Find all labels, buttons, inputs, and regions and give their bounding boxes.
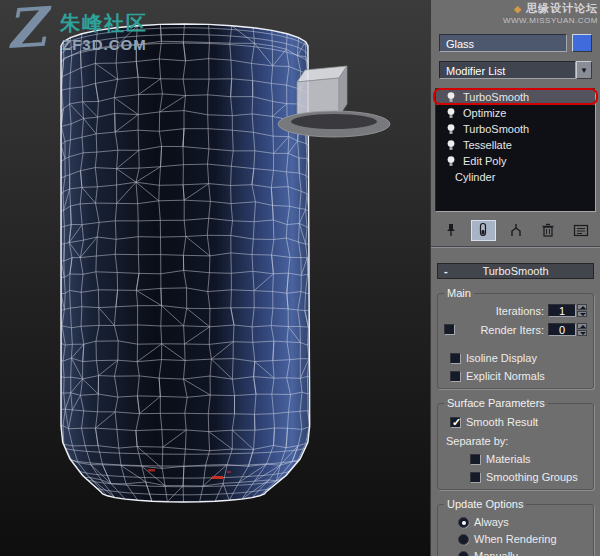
render-iters-field[interactable]: 0 [548,323,576,336]
bulb-icon[interactable] [446,139,456,152]
bulb-icon[interactable] [446,123,456,136]
iterations-spinner[interactable] [577,304,587,317]
stack-item-cylinder[interactable]: Cylinder [436,169,595,185]
smooth-result-label: Smooth Result [466,416,538,428]
group-update-title: Update Options [444,498,526,510]
smoothing-groups-checkbox[interactable] [470,472,481,483]
smoothing-groups-label: Smoothing Groups [486,471,578,483]
always-row: Always [458,516,589,528]
iterations-field[interactable]: 1 [548,304,576,317]
command-panel: Glass Modifier List ▼ TurboSmooth Optimi… [430,0,600,556]
stack-item-optimize[interactable]: Optimize [436,105,595,121]
explicit-normals-row: Explicit Normals [450,370,587,382]
manually-label: Manually [474,550,518,556]
object-color-swatch[interactable] [572,34,592,52]
always-radio[interactable] [458,517,469,528]
isoline-label: Isoline Display [466,352,537,364]
chevron-down-icon[interactable]: ▼ [576,61,592,79]
wireframe-cylinder [0,0,430,556]
modifier-list-dropdown[interactable]: Modifier List [439,61,576,79]
red-mark-3 [227,471,231,473]
modifier-stack-list[interactable]: TurboSmooth Optimize TurboSmooth Tessell… [435,88,596,212]
isoline-checkbox[interactable] [450,353,461,364]
explicit-normals-label: Explicit Normals [466,370,545,382]
when-rendering-row: When Rendering [458,533,589,545]
stack-item-label: TurboSmooth [463,123,529,135]
divider [431,246,600,248]
stack-item-turbosmooth-2[interactable]: TurboSmooth [436,121,595,137]
bulb-icon[interactable] [446,91,456,104]
stack-item-tessellate[interactable]: Tessellate [436,137,595,153]
smoothing-groups-row: Smoothing Groups [470,471,587,483]
pin-stack-icon[interactable] [438,220,463,241]
manually-row: Manually [458,550,589,556]
stack-item-label: Edit Poly [463,155,506,167]
stack-item-label: Tessellate [463,139,512,151]
render-iters-spinner[interactable] [577,323,587,336]
group-update-options: Update Options Always When Rendering Man… [437,498,594,556]
show-end-result-icon[interactable] [471,220,496,241]
iterations-label: Iterations: [444,305,544,317]
make-unique-icon[interactable] [503,220,528,241]
materials-checkbox[interactable] [470,454,481,465]
max-window: Z 朱峰社区 ZF3D.COM ◆ 思缘设计论坛 WWW.MISSYUAN.CO… [0,0,600,556]
group-main-title: Main [444,287,474,299]
stack-toolbar [438,219,593,241]
always-label: Always [474,516,509,528]
stack-item-label: Optimize [463,107,506,119]
configure-modifier-sets-icon[interactable] [568,220,593,241]
object-name-field[interactable]: Glass [439,34,567,52]
explicit-normals-checkbox[interactable] [450,371,461,382]
when-rendering-radio[interactable] [458,534,469,545]
group-surface-title: Surface Parameters [444,397,548,409]
isoline-row: Isoline Display [450,352,587,364]
smooth-result-row: Smooth Result [450,416,587,428]
rollout-header-turbosmooth[interactable]: - TurboSmooth [437,263,594,279]
render-iters-row: Render Iters: 0 [444,321,587,338]
viewport-3d[interactable]: Z 朱峰社区 ZF3D.COM [0,0,430,556]
remove-modifier-icon[interactable] [536,220,561,241]
ring-inner [291,114,377,129]
smooth-result-checkbox[interactable] [450,417,461,428]
stack-item-label: Cylinder [455,171,495,183]
bulb-icon[interactable] [446,107,456,120]
manually-radio[interactable] [458,551,469,556]
separate-by-label: Separate by: [446,435,589,447]
group-surface-parameters: Surface Parameters Smooth Result Separat… [437,397,594,490]
collapse-icon[interactable]: - [444,264,448,278]
when-rendering-label: When Rendering [474,533,557,545]
materials-row: Materials [470,453,587,465]
group-main: Main Iterations: 1 Render Iters: 0 Isoli… [437,287,594,389]
stack-item-edit-poly[interactable]: Edit Poly [436,153,595,169]
render-iters-checkbox[interactable] [444,324,455,335]
stack-item-turbosmooth-top[interactable]: TurboSmooth [436,89,595,105]
rollout-title: TurboSmooth [482,265,548,277]
bulb-icon[interactable] [446,155,456,168]
iterations-row: Iterations: 1 [444,302,587,319]
red-mark-2 [148,469,155,472]
render-iters-label: Render Iters: [455,324,544,336]
materials-label: Materials [486,453,531,465]
stack-item-label: TurboSmooth [463,91,529,103]
red-mark-1 [212,476,223,479]
